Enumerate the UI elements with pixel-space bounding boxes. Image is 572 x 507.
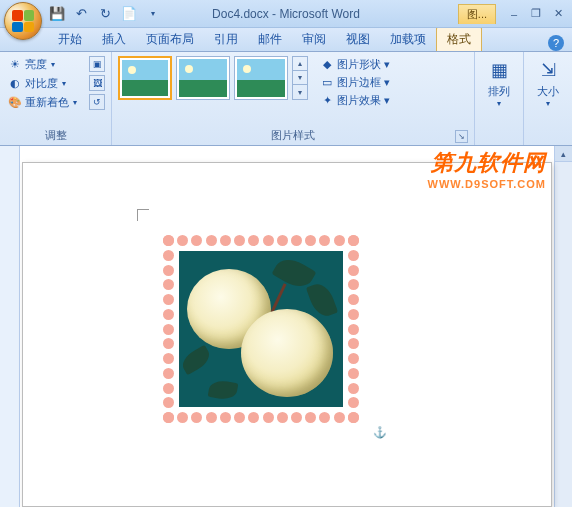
new-doc-button[interactable]: 📄 (120, 5, 138, 23)
vertical-ruler[interactable] (0, 146, 20, 507)
margin-corner-icon (137, 209, 149, 221)
contextual-tab-label: 图... (458, 4, 496, 24)
arrange-label: 排列 (488, 84, 510, 99)
brightness-label: 亮度 (25, 57, 47, 72)
picture-border-label: 图片边框 (337, 75, 381, 90)
scroll-up-button[interactable]: ▴ (555, 146, 572, 162)
office-logo-icon (12, 10, 34, 32)
tab-references[interactable]: 引用 (204, 27, 248, 51)
arrange-icon: ▦ (487, 58, 511, 82)
picture-shape-icon: ◆ (320, 58, 334, 72)
undo-button[interactable]: ↶ (72, 5, 90, 23)
title-bar: 💾 ↶ ↻ 📄 ▾ Doc4.docx - Microsoft Word 图..… (0, 0, 572, 28)
contrast-label: 对比度 (25, 76, 58, 91)
arrange-button[interactable]: ▦ 排列 ▾ (481, 56, 517, 110)
rose-image (179, 251, 343, 407)
reset-picture-button[interactable]: ↺ (89, 94, 105, 110)
picture-border-icon: ▭ (320, 76, 334, 90)
document-area: ▴ ⚓ (0, 146, 572, 507)
tab-home[interactable]: 开始 (48, 27, 92, 51)
picture-effects-button[interactable]: ✦图片效果▾ (318, 92, 392, 109)
recolor-button[interactable]: 🎨重新着色▾ (6, 94, 79, 111)
anchor-icon: ⚓ (373, 426, 387, 439)
picture-shape-label: 图片形状 (337, 57, 381, 72)
picture-effects-icon: ✦ (320, 94, 334, 108)
picture-shape-button[interactable]: ◆图片形状▾ (318, 56, 392, 73)
size-icon: ⇲ (536, 58, 560, 82)
group-adjust: ☀亮度▾ ◐对比度▾ 🎨重新着色▾ ▣ 🖼 ↺ 调整 (0, 52, 112, 145)
gallery-up-button[interactable]: ▴ (293, 57, 307, 71)
gallery-scroll: ▴ ▾ ▾ (292, 56, 308, 100)
minimize-button[interactable]: – (504, 6, 524, 22)
group-arrange: ▦ 排列 ▾ (475, 52, 524, 145)
ribbon: ☀亮度▾ ◐对比度▾ 🎨重新着色▾ ▣ 🖼 ↺ 调整 ▴ ▾ ▾ (0, 52, 572, 146)
page[interactable]: ⚓ (22, 162, 552, 507)
size-label: 大小 (537, 84, 559, 99)
styles-launcher-button[interactable]: ↘ (455, 130, 468, 143)
tab-format[interactable]: 格式 (436, 26, 482, 51)
style-thumb-2[interactable] (176, 56, 230, 100)
recolor-label: 重新着色 (25, 95, 69, 110)
brightness-icon: ☀ (8, 58, 22, 72)
tab-insert[interactable]: 插入 (92, 27, 136, 51)
contrast-icon: ◐ (8, 77, 22, 91)
picture-border-button[interactable]: ▭图片边框▾ (318, 74, 392, 91)
window-title: Doc4.docx - Microsoft Word (212, 7, 360, 21)
restore-button[interactable]: ❐ (526, 6, 546, 22)
tab-layout[interactable]: 页面布局 (136, 27, 204, 51)
group-styles-label: 图片样式↘ (118, 126, 468, 145)
vertical-scrollbar[interactable]: ▴ (554, 146, 572, 507)
compress-pictures-button[interactable]: ▣ (89, 56, 105, 72)
style-thumb-3[interactable] (234, 56, 288, 100)
tab-mail[interactable]: 邮件 (248, 27, 292, 51)
style-gallery: ▴ ▾ ▾ (118, 56, 308, 100)
qat-customize-icon[interactable]: ▾ (144, 5, 162, 23)
style-thumb-1[interactable] (118, 56, 172, 100)
contrast-button[interactable]: ◐对比度▾ (6, 75, 79, 92)
redo-button[interactable]: ↻ (96, 5, 114, 23)
group-picture-styles: ▴ ▾ ▾ ◆图片形状▾ ▭图片边框▾ ✦图片效果▾ 图片样式↘ (112, 52, 475, 145)
gallery-down-button[interactable]: ▾ (293, 71, 307, 85)
ribbon-tabs: 开始 插入 页面布局 引用 邮件 审阅 视图 加载项 格式 ? (0, 28, 572, 52)
close-button[interactable]: ✕ (548, 6, 568, 22)
group-size: ⇲ 大小 ▾ (524, 52, 572, 145)
change-picture-button[interactable]: 🖼 (89, 75, 105, 91)
selected-picture[interactable]: ⚓ (151, 223, 371, 435)
group-size-spacer (530, 129, 566, 145)
size-button[interactable]: ⇲ 大小 ▾ (530, 56, 566, 110)
tab-addins[interactable]: 加载项 (380, 27, 436, 51)
recolor-icon: 🎨 (8, 96, 22, 110)
group-adjust-label: 调整 (6, 126, 105, 145)
gallery-more-button[interactable]: ▾ (293, 85, 307, 99)
tab-review[interactable]: 审阅 (292, 27, 336, 51)
save-button[interactable]: 💾 (48, 5, 66, 23)
tab-view[interactable]: 视图 (336, 27, 380, 51)
brightness-button[interactable]: ☀亮度▾ (6, 56, 79, 73)
picture-effects-label: 图片效果 (337, 93, 381, 108)
office-button[interactable] (4, 2, 42, 40)
quick-access-toolbar: 💾 ↶ ↻ 📄 ▾ (48, 5, 162, 23)
help-button[interactable]: ? (548, 35, 564, 51)
group-arrange-spacer (481, 129, 517, 145)
